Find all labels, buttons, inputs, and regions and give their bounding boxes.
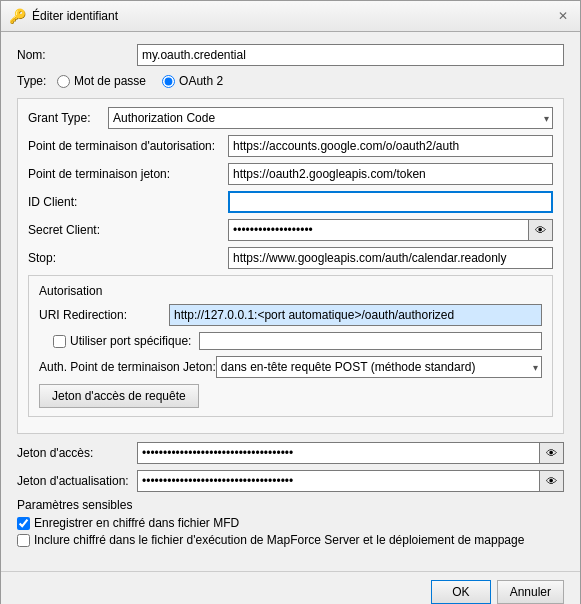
token-endpoint-input[interactable] bbox=[228, 163, 553, 185]
bottom-buttons: OK Annuler bbox=[1, 571, 580, 604]
refresh-token-input-wrapper: 👁 bbox=[137, 470, 564, 492]
radio-password[interactable]: Mot de passe bbox=[57, 74, 146, 88]
refresh-token-label: Jeton d'actualisation: bbox=[17, 474, 137, 488]
use-port-label: Utiliser port spécifique: bbox=[70, 334, 191, 348]
stop-row: Stop: bbox=[28, 247, 553, 269]
auth-token-label: Auth. Point de terminaison Jeton: bbox=[39, 360, 216, 374]
nom-row: Nom: bbox=[17, 44, 564, 66]
radio-oauth2-input[interactable] bbox=[162, 75, 175, 88]
radio-password-input[interactable] bbox=[57, 75, 70, 88]
use-port-checkbox[interactable] bbox=[53, 335, 66, 348]
dialog-content: Nom: Type: Mot de passe OAuth 2 Grant Ty bbox=[1, 32, 580, 567]
autorisation-section: Autorisation URI Redirection: Utiliser p… bbox=[28, 275, 553, 417]
sensitive-option1-label: Enregistrer en chiffré dans fichier MFD bbox=[34, 516, 239, 530]
access-token-input-wrapper: 👁 bbox=[137, 442, 564, 464]
refresh-token-eye-button[interactable]: 👁 bbox=[540, 470, 564, 492]
uri-input[interactable] bbox=[169, 304, 542, 326]
grant-type-select[interactable]: Authorization Code bbox=[108, 107, 553, 129]
client-id-row: ID Client: bbox=[28, 191, 553, 213]
sensitive-section: Paramètres sensibles Enregistrer en chif… bbox=[17, 498, 564, 547]
client-secret-eye-button[interactable]: 👁 bbox=[529, 219, 553, 241]
nom-input[interactable] bbox=[137, 44, 564, 66]
radio-oauth2-label: OAuth 2 bbox=[179, 74, 223, 88]
grant-type-row: Grant Type: Authorization Code ▾ bbox=[28, 107, 553, 129]
title-bar-left: 🔑 Éditer identifiant bbox=[9, 8, 118, 24]
auth-endpoint-label: Point de terminaison d'autorisation: bbox=[28, 139, 228, 153]
radio-password-label: Mot de passe bbox=[74, 74, 146, 88]
access-token-eye-button[interactable]: 👁 bbox=[540, 442, 564, 464]
refresh-token-input[interactable] bbox=[137, 470, 540, 492]
stop-label: Stop: bbox=[28, 251, 228, 265]
sensitive-option1-row: Enregistrer en chiffré dans fichier MFD bbox=[17, 516, 564, 530]
radio-oauth2[interactable]: OAuth 2 bbox=[162, 74, 223, 88]
request-token-wrapper: Jeton d'accès de requête bbox=[39, 384, 542, 408]
editor-dialog: 🔑 Éditer identifiant ✕ Nom: Type: Mot de… bbox=[0, 0, 581, 604]
auth-endpoint-input[interactable] bbox=[228, 135, 553, 157]
access-token-input[interactable] bbox=[137, 442, 540, 464]
auth-endpoint-row: Point de terminaison d'autorisation: bbox=[28, 135, 553, 157]
stop-input[interactable] bbox=[228, 247, 553, 269]
token-endpoint-row: Point de terminaison jeton: bbox=[28, 163, 553, 185]
access-token-row: Jeton d'accès: 👁 bbox=[17, 442, 564, 464]
nom-label: Nom: bbox=[17, 48, 137, 62]
auth-token-row: Auth. Point de terminaison Jeton: dans e… bbox=[39, 356, 542, 378]
sensitive-option2-checkbox[interactable] bbox=[17, 534, 30, 547]
cancel-button[interactable]: Annuler bbox=[497, 580, 564, 604]
client-secret-label: Secret Client: bbox=[28, 223, 228, 237]
refresh-token-row: Jeton d'actualisation: 👁 bbox=[17, 470, 564, 492]
grant-type-select-wrapper: Authorization Code ▾ bbox=[108, 107, 553, 129]
client-id-label: ID Client: bbox=[28, 195, 228, 209]
main-fields-section: Grant Type: Authorization Code ▾ Point d… bbox=[17, 98, 564, 434]
uri-redirection-row: URI Redirection: bbox=[39, 304, 542, 326]
dialog-title: Éditer identifiant bbox=[32, 9, 118, 23]
app-icon: 🔑 bbox=[9, 8, 26, 24]
client-secret-row: Secret Client: 👁 bbox=[28, 219, 553, 241]
auth-token-select-wrapper: dans en-tête requête POST (méthode stand… bbox=[216, 356, 542, 378]
use-port-input[interactable] bbox=[199, 332, 542, 350]
client-secret-input-wrapper: 👁 bbox=[228, 219, 553, 241]
type-label: Type: bbox=[17, 74, 57, 88]
access-token-label: Jeton d'accès: bbox=[17, 446, 137, 460]
title-bar: 🔑 Éditer identifiant ✕ bbox=[1, 1, 580, 32]
sensitive-option1-checkbox[interactable] bbox=[17, 517, 30, 530]
client-secret-input[interactable] bbox=[228, 219, 529, 241]
type-radio-group: Mot de passe OAuth 2 bbox=[57, 74, 223, 88]
sensitive-option2-label: Inclure chiffré dans le fichier d'exécut… bbox=[34, 533, 524, 547]
ok-button[interactable]: OK bbox=[431, 580, 490, 604]
use-port-row: Utiliser port spécifique: bbox=[53, 332, 542, 350]
auth-token-select[interactable]: dans en-tête requête POST (méthode stand… bbox=[216, 356, 542, 378]
uri-label: URI Redirection: bbox=[39, 308, 169, 322]
close-button[interactable]: ✕ bbox=[554, 7, 572, 25]
type-row: Type: Mot de passe OAuth 2 bbox=[17, 74, 564, 88]
autorisation-title: Autorisation bbox=[39, 284, 542, 298]
sensitive-title: Paramètres sensibles bbox=[17, 498, 564, 512]
grant-type-label: Grant Type: bbox=[28, 111, 108, 125]
sensitive-option2-row: Inclure chiffré dans le fichier d'exécut… bbox=[17, 533, 564, 547]
client-id-input[interactable] bbox=[228, 191, 553, 213]
token-endpoint-label: Point de terminaison jeton: bbox=[28, 167, 228, 181]
request-token-button[interactable]: Jeton d'accès de requête bbox=[39, 384, 199, 408]
